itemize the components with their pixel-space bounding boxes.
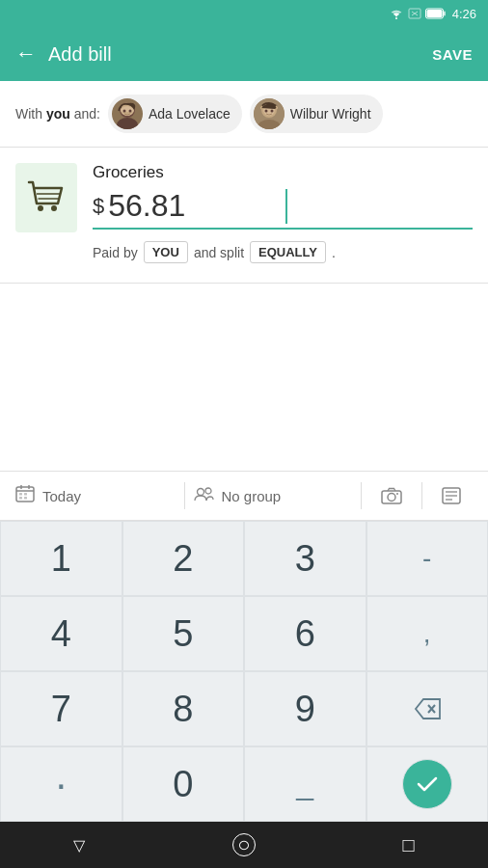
person-chip-ada[interactable]: Ada Lovelace bbox=[108, 95, 242, 133]
delete-icon bbox=[414, 698, 441, 719]
cart-icon bbox=[25, 176, 68, 219]
bottom-bar: Today No group bbox=[0, 471, 488, 521]
split-value[interactable]: EQUALLY bbox=[250, 241, 326, 263]
date-label: Today bbox=[42, 488, 81, 504]
bill-details: Groceries $ 56.81 Paid by YOU and split … bbox=[93, 163, 473, 263]
svg-point-10 bbox=[122, 110, 125, 113]
and-label: and: bbox=[70, 106, 100, 122]
amount-display[interactable]: 56.81 bbox=[108, 188, 282, 224]
key-1[interactable]: 1 bbox=[0, 521, 122, 596]
svg-rect-5 bbox=[444, 12, 446, 16]
spacer bbox=[0, 284, 488, 471]
key-underscore[interactable]: _ bbox=[244, 746, 366, 822]
divider3 bbox=[421, 482, 422, 509]
nav-menu-icon[interactable]: □ bbox=[403, 834, 415, 856]
group-item[interactable]: No group bbox=[193, 486, 354, 506]
and-split-label: and split bbox=[194, 245, 244, 260]
nav-back-icon[interactable]: ▽ bbox=[73, 836, 85, 854]
note-button[interactable] bbox=[430, 487, 473, 504]
app-bar: ← Add bill SAVE bbox=[0, 27, 488, 81]
app-bar-title: Add bill bbox=[48, 43, 112, 66]
svg-rect-28 bbox=[24, 497, 27, 500]
person-chip-wilbur[interactable]: Wilbur Wright bbox=[250, 95, 383, 133]
sim-icon bbox=[408, 8, 421, 19]
note-icon bbox=[442, 487, 461, 504]
save-button[interactable]: SAVE bbox=[432, 46, 473, 63]
nav-home-icon[interactable]: ○ bbox=[232, 833, 256, 856]
key-7[interactable]: 7 bbox=[0, 671, 122, 746]
svg-point-0 bbox=[395, 17, 397, 19]
key-0[interactable]: 0 bbox=[122, 746, 245, 822]
checkmark-icon bbox=[417, 776, 438, 792]
key-3[interactable]: 3 bbox=[244, 521, 366, 596]
date-item[interactable]: Today bbox=[15, 484, 176, 508]
bill-section: Groceries $ 56.81 Paid by YOU and split … bbox=[0, 148, 488, 284]
svg-point-17 bbox=[38, 205, 43, 211]
split-row: Paid by YOU and split EQUALLY . bbox=[93, 241, 473, 263]
status-time: 4:26 bbox=[452, 7, 476, 21]
svg-point-8 bbox=[117, 118, 138, 129]
calendar-icon bbox=[15, 484, 35, 508]
svg-rect-26 bbox=[24, 493, 27, 496]
camera-icon bbox=[381, 487, 402, 504]
numpad: 1 2 3 - 4 5 6 , 7 8 9 · 0 _ bbox=[0, 521, 488, 822]
svg-point-16 bbox=[270, 110, 273, 113]
svg-point-32 bbox=[388, 494, 395, 502]
bill-category: Groceries bbox=[93, 163, 473, 182]
person-name-ada: Ada Lovelace bbox=[149, 106, 230, 122]
key-delete[interactable] bbox=[366, 671, 489, 746]
group-label: No group bbox=[222, 488, 282, 504]
camera-button[interactable] bbox=[369, 487, 414, 504]
confirm-button[interactable] bbox=[402, 759, 452, 809]
battery-icon bbox=[425, 8, 447, 19]
bill-amount-row[interactable]: $ 56.81 bbox=[93, 188, 473, 230]
you-label: you bbox=[46, 106, 70, 122]
currency-symbol: $ bbox=[93, 194, 104, 219]
divider2 bbox=[361, 482, 362, 509]
svg-point-29 bbox=[197, 488, 203, 495]
svg-point-11 bbox=[128, 110, 131, 113]
svg-rect-6 bbox=[426, 10, 442, 17]
cursor bbox=[285, 189, 287, 224]
bill-icon-box bbox=[15, 163, 77, 232]
key-confirm[interactable] bbox=[366, 746, 489, 822]
back-button[interactable]: ← bbox=[15, 43, 37, 65]
status-bar: 4:26 bbox=[0, 0, 488, 27]
key-minus[interactable]: - bbox=[366, 521, 489, 596]
person-name-wilbur: Wilbur Wright bbox=[290, 106, 371, 122]
key-9[interactable]: 9 bbox=[244, 671, 366, 746]
svg-rect-27 bbox=[19, 497, 22, 500]
wifi-icon bbox=[389, 8, 404, 19]
key-8[interactable]: 8 bbox=[122, 671, 245, 746]
avatar-ada bbox=[112, 98, 143, 129]
divider1 bbox=[184, 482, 185, 509]
key-comma[interactable]: , bbox=[366, 596, 489, 671]
avatar-wilbur bbox=[254, 98, 285, 129]
svg-point-33 bbox=[396, 493, 398, 495]
key-6[interactable]: 6 bbox=[244, 596, 366, 671]
svg-point-15 bbox=[264, 110, 267, 113]
people-row: With you and: Ada Lovelace bbox=[0, 81, 488, 148]
svg-point-30 bbox=[205, 488, 211, 494]
svg-point-18 bbox=[51, 205, 57, 211]
nav-bar: ▽ ○ □ bbox=[0, 822, 488, 868]
group-icon bbox=[193, 486, 214, 506]
key-2[interactable]: 2 bbox=[122, 521, 245, 596]
people-label: With you and: bbox=[15, 106, 100, 122]
key-4[interactable]: 4 bbox=[0, 596, 122, 671]
period-label: . bbox=[332, 245, 336, 260]
paid-by-label: Paid by bbox=[93, 245, 138, 260]
key-5[interactable]: 5 bbox=[122, 596, 245, 671]
paid-by-value[interactable]: YOU bbox=[144, 241, 188, 263]
svg-rect-25 bbox=[19, 493, 22, 496]
key-dot[interactable]: · bbox=[0, 746, 122, 822]
status-icons bbox=[389, 8, 447, 19]
